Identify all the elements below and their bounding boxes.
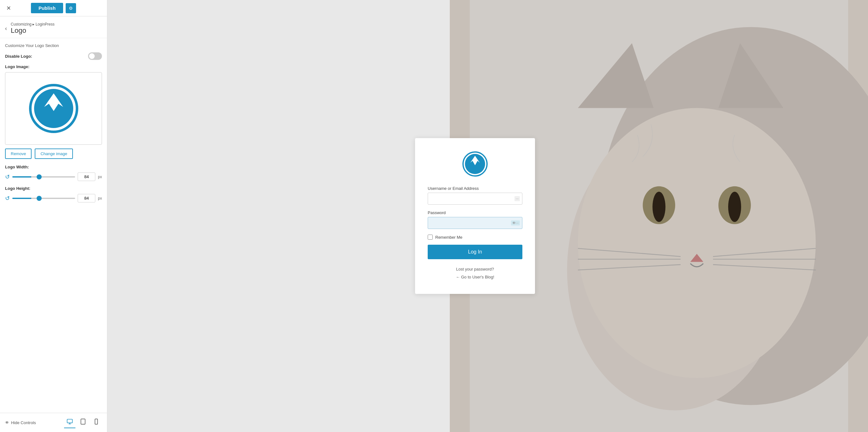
breadcrumb-text: Customizing ▸ LoginPress [11, 22, 55, 27]
username-input[interactable] [428, 193, 522, 205]
disable-logo-toggle[interactable] [88, 52, 102, 60]
image-buttons: Remove Change image [5, 148, 102, 159]
svg-point-19 [652, 192, 665, 222]
width-reset-icon[interactable]: ↺ [5, 173, 10, 180]
mobile-icon [93, 419, 99, 425]
width-input[interactable]: 84 [78, 172, 95, 181]
panel-content: Customize Your Logo Section Disable Logo… [0, 38, 107, 413]
desktop-device-button[interactable] [64, 417, 75, 428]
right-preview: Username or Email Address ··· Password 👁… [107, 0, 868, 432]
height-reset-icon[interactable]: ↺ [5, 195, 10, 202]
card-links: Lost your password? ← Go to User's Blog! [428, 267, 522, 279]
logo-image-label: Logo Image: [5, 64, 102, 69]
change-image-button[interactable]: Change image [35, 148, 73, 159]
go-to-blog-link[interactable]: ← Go to User's Blog! [428, 275, 522, 279]
password-input-wrap: 👁··· [428, 217, 522, 229]
password-eye-icon: 👁··· [511, 221, 520, 226]
card-logo [428, 151, 522, 177]
breadcrumb-area: ‹ Customizing ▸ LoginPress Logo [0, 16, 107, 38]
login-card: Username or Email Address ··· Password 👁… [415, 138, 535, 294]
section-label: Customize Your Logo Section [5, 43, 102, 48]
height-input[interactable]: 84 [78, 194, 95, 202]
remember-me-checkbox[interactable] [428, 235, 433, 240]
svg-rect-5 [67, 420, 72, 423]
close-button[interactable]: ✕ [4, 3, 13, 13]
logo-height-label: Logo Height: [5, 186, 102, 191]
panel-title: ‹ Customizing ▸ LoginPress Logo [5, 22, 102, 35]
card-logo-svg [462, 151, 488, 177]
tablet-icon [80, 419, 86, 425]
height-slider-row: ↺ 84 px [5, 194, 102, 202]
device-icons [64, 417, 102, 428]
remove-button[interactable]: Remove [5, 148, 32, 159]
login-button[interactable]: Log In [428, 245, 522, 259]
disable-logo-row: Disable Logo: [5, 52, 102, 60]
top-bar: ✕ Publish ⚙ [0, 0, 107, 16]
height-px-label: px [98, 196, 102, 201]
password-label: Password [428, 210, 522, 215]
toggle-slider [88, 52, 102, 60]
remember-me-label: Remember Me [435, 235, 462, 240]
settings-button[interactable]: ⚙ [66, 3, 76, 13]
logo-width-label: Logo Width: [5, 165, 102, 169]
width-px-label: px [98, 175, 102, 179]
username-label: Username or Email Address [428, 186, 522, 191]
password-input[interactable] [428, 217, 522, 229]
remember-me-row: Remember Me [428, 235, 522, 240]
bottom-bar: 👁 Hide Controls [0, 413, 107, 432]
mobile-device-button[interactable] [91, 417, 102, 428]
logo-preview-svg [28, 83, 79, 134]
width-slider-row: ↺ 84 px [5, 172, 102, 181]
eye-icon: 👁 [5, 420, 9, 425]
svg-rect-8 [81, 419, 85, 425]
username-dots-icon: ··· [515, 196, 520, 201]
disable-logo-label: Disable Logo: [5, 54, 32, 59]
desktop-icon [67, 419, 73, 425]
publish-button[interactable]: Publish [31, 3, 63, 13]
section-title: Logo [11, 27, 55, 35]
svg-point-17 [578, 108, 816, 378]
hide-controls-label: Hide Controls [11, 420, 36, 425]
left-panel: ✕ Publish ⚙ ‹ Customizing ▸ LoginPress L… [0, 0, 107, 432]
svg-rect-10 [95, 419, 97, 425]
width-slider[interactable] [12, 176, 75, 177]
hide-controls-button[interactable]: 👁 Hide Controls [5, 420, 36, 425]
back-arrow[interactable]: ‹ [5, 25, 7, 32]
logo-preview-box [5, 72, 102, 145]
svg-point-21 [728, 192, 741, 222]
username-input-wrap: ··· [428, 193, 522, 205]
tablet-device-button[interactable] [77, 417, 89, 428]
height-slider[interactable] [12, 198, 75, 199]
lost-password-link[interactable]: Lost your password? [428, 267, 522, 271]
